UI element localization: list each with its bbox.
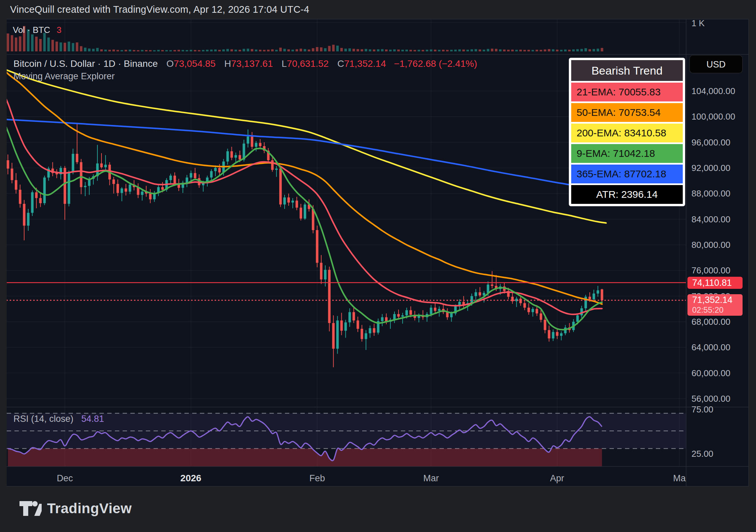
price-axis-label: 68,000.00 xyxy=(691,317,730,327)
time-axis-label: Ma xyxy=(673,471,686,486)
price-axis-label: 56,000.00 xyxy=(691,394,730,404)
price-axis-label: 76,000.00 xyxy=(691,265,730,276)
alert-price-badge: 74,110.81 xyxy=(687,277,743,289)
legend-row: 50-EMA: 70753.54 xyxy=(571,103,683,122)
tradingview-logo-text: TradingView xyxy=(47,500,132,517)
time-axis-label: 2026 xyxy=(180,471,201,486)
price-axis-label: 96,000.00 xyxy=(691,137,730,148)
tradingview-logo-icon xyxy=(19,501,42,516)
time-axis-label: Mar xyxy=(423,471,439,486)
price-axis-label: 80,000.00 xyxy=(691,240,730,250)
legend-title: Bearish Trend xyxy=(571,60,683,81)
volume-axis-label: 1 K xyxy=(691,18,705,29)
rsi-axis-upper-label: 75.00 xyxy=(691,404,713,415)
legend-row: ATR: 2396.14 xyxy=(571,185,683,204)
price-axis-label: 88,000.00 xyxy=(691,188,730,199)
price-axis-label: 92,000.00 xyxy=(691,163,730,173)
time-axis-label: Apr xyxy=(550,471,564,486)
currency-toggle-button[interactable]: USD xyxy=(689,55,743,73)
price-axis-label: 104,000.00 xyxy=(691,86,735,96)
price-axis-label: 60,000.00 xyxy=(691,368,730,379)
price-axis-label: 100,000.00 xyxy=(691,112,735,122)
legend-row: 21-EMA: 70055.83 xyxy=(571,83,683,101)
last-price-badge: 71,352.14 02:55:20 xyxy=(687,294,743,316)
time-axis-label: Dec xyxy=(57,471,73,486)
rsi-axis-lower-label: 25.00 xyxy=(691,449,713,459)
price-axis-label: 84,000.00 xyxy=(691,214,730,225)
tradingview-logo[interactable]: TradingView xyxy=(19,500,132,517)
last-price-value: 71,352.14 xyxy=(692,294,743,306)
bearish-trend-legend: Bearish Trend 21-EMA: 70055.8350-EMA: 70… xyxy=(569,58,685,206)
legend-row: 9-EMA: 71042.18 xyxy=(571,144,683,163)
price-axis-label: 64,000.00 xyxy=(691,342,730,353)
bar-countdown: 02:55:20 xyxy=(692,306,743,314)
legend-row: 365-EMA: 87702.18 xyxy=(571,165,683,183)
time-axis-label: Feb xyxy=(309,471,325,486)
legend-row: 200-EMA: 83410.58 xyxy=(571,124,683,142)
tradingview-chart-page: VinceQuill created with TradingView.com,… xyxy=(0,0,756,532)
